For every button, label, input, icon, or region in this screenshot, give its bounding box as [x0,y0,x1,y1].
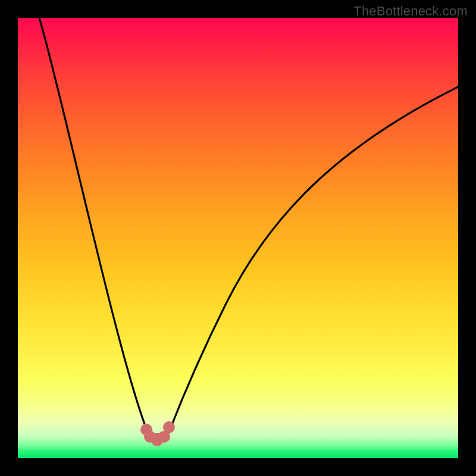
bottleneck-curve [39,18,458,440]
watermark-text: TheBottleneck.com [353,4,468,19]
svg-point-4 [163,421,175,433]
chart-area [18,18,458,458]
chart-svg [18,18,458,458]
svg-rect-5 [148,433,165,441]
optimal-region-markers [140,421,175,446]
